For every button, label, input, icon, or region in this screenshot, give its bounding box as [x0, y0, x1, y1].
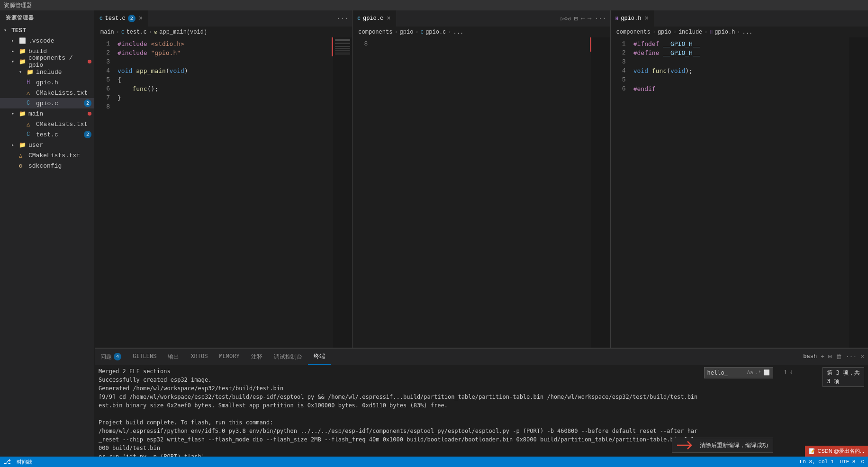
sidebar-item-components-gpio[interactable]: ▾ 📁 components / gpio [0, 56, 94, 67]
line-numbers-3: 1 2 3 4 5 6 [611, 37, 630, 348]
sidebar-badge: 2 [84, 99, 91, 107]
sidebar-item-cmake-main[interactable]: △ CMakeLists.txt [0, 119, 94, 129]
breadcrumb-main: main [100, 29, 114, 36]
terminal-find-input[interactable] [707, 369, 745, 376]
code-line: #define __GPIO_H__ [633, 48, 868, 57]
nav-forward-icon[interactable]: → [588, 15, 591, 22]
bc-include: include [678, 29, 702, 36]
code-lines-2[interactable] [371, 37, 610, 348]
tab-gitlens[interactable]: GITLENS [127, 349, 162, 365]
tab-actions-pane2: ▷⚙↺ ⊟ ← → ··· [561, 10, 610, 27]
h-icon: H [615, 16, 619, 21]
code-lines-3[interactable]: #ifndef __GPIO_H__ #define __GPIO_H__ vo… [630, 37, 868, 348]
sidebar-item-test-c[interactable]: C test.c 2 [0, 129, 94, 140]
bottom-notification: 清除后重新编译，编译成功 [672, 438, 773, 453]
code-lines-1[interactable]: #include <stdio.h> #include "gpio.h" voi… [114, 37, 352, 348]
more-icon[interactable]: ··· [336, 15, 348, 22]
terminal-line [99, 410, 864, 418]
split-icon[interactable]: ⊟ [574, 15, 578, 23]
match-case-icon[interactable]: Aa [747, 368, 753, 377]
tab-memory[interactable]: MEMORY [213, 349, 245, 365]
sidebar-item-label: sdkconfig [28, 162, 62, 170]
tab-test-c[interactable]: C test.c 2 × [95, 10, 148, 27]
terminal-line: /home/wl/.espressif/python_env/idf5.0_py… [99, 427, 864, 435]
whole-word-icon[interactable]: ⬜ [763, 368, 770, 377]
tab-label: MEMORY [219, 353, 239, 360]
sidebar-item-gpio-c[interactable]: C gpio.c 2 [0, 98, 94, 108]
editor-content-3[interactable]: 1 2 3 4 5 6 #ifndef __GPIO_H__ #define _… [611, 37, 868, 348]
tab-debug-console[interactable]: 调试控制台 [268, 349, 308, 365]
sidebar-item-vscode[interactable]: ▸ ⬜ .vscode [0, 36, 94, 46]
app-container: 资源管理器 资源管理器 ▾ TEST ▸ ⬜ .vscode ▸ [0, 0, 868, 467]
editor-content-2[interactable]: 8 [353, 37, 610, 348]
add-terminal-icon[interactable]: + [821, 353, 824, 360]
sidebar-item-user[interactable]: ▸ 📁 user [0, 140, 94, 150]
editor-content-1[interactable]: 1 2 3 4 5 6 7 8 #include <stdio.h> #incl… [95, 37, 352, 348]
bash-label: bash [803, 353, 817, 360]
error-indicator-2 [590, 37, 591, 52]
close-icon[interactable]: × [387, 15, 390, 22]
bc-sep: › [652, 29, 656, 36]
bc-gpio-h: gpio.h [714, 29, 735, 36]
tab-comments[interactable]: 注释 [245, 349, 268, 365]
status-position[interactable]: Ln 8, Col 1 [800, 459, 834, 465]
tab-gpio-h[interactable]: H gpio.h × [611, 10, 654, 27]
code-line [118, 57, 352, 66]
chevron-down-icon: ▾ [19, 69, 27, 75]
code-line [633, 75, 868, 84]
tab-label: gpio.h [621, 15, 641, 22]
bc-sep: › [415, 29, 418, 36]
csdn-badge[interactable]: 📝 CSDN @爱出名的... [805, 446, 868, 457]
editors-row: C test.c 2 × ··· main › C [95, 10, 868, 348]
tab-problems[interactable]: 问题 4 [95, 349, 127, 365]
cmake-icon: △ [27, 121, 34, 128]
run-icon[interactable]: ▷⚙↺ [561, 15, 571, 22]
trash-icon[interactable]: 🗑 [836, 353, 842, 360]
more-icon[interactable]: ··· [594, 15, 606, 22]
notification-text: 清除后重新编译，编译成功 [700, 441, 768, 449]
sidebar-item-test-root[interactable]: ▾ TEST [0, 25, 94, 36]
close-panel-icon[interactable]: × [860, 353, 864, 360]
status-encoding[interactable]: UTF-8 [840, 459, 855, 465]
terminal-line: Project build complete. To flash, run th… [99, 418, 864, 427]
sidebar-item-cmake-comp[interactable]: △ CMakeLists.txt [0, 88, 94, 98]
nav-back-icon[interactable]: ← [581, 15, 585, 22]
tab-output[interactable]: 输出 [162, 349, 185, 365]
sidebar-item-include[interactable]: ▾ 📁 include [0, 67, 94, 77]
sidebar-item-main[interactable]: ▾ 📁 main [0, 108, 94, 119]
prev-match-icon[interactable]: ↑ [783, 367, 787, 376]
csdn-icon: 📝 [809, 448, 815, 454]
tab-xrtos[interactable]: XRTOS [185, 349, 213, 365]
split-terminal-icon[interactable]: ⊟ [828, 353, 832, 360]
bc-h-icon: H [710, 29, 713, 35]
minimap-2 [591, 37, 610, 348]
tab-gpio-c[interactable]: C gpio.c × [353, 10, 396, 27]
code-line: #include "gpio.h" [118, 48, 352, 57]
regex-icon[interactable]: .* [755, 368, 761, 377]
tab-terminal[interactable]: 终端 [308, 349, 331, 365]
minimap-3 [849, 37, 868, 348]
close-icon[interactable]: × [644, 15, 648, 22]
minimap-1 [333, 37, 352, 348]
find-nav: ↑ ↓ [783, 367, 793, 376]
more-icon[interactable]: ··· [846, 353, 857, 360]
sidebar-item-cmake-root[interactable]: △ CMakeLists.txt [0, 150, 94, 161]
sidebar-item-sdkconfig[interactable]: ⚙ sdkconfig [0, 161, 94, 171]
folder-icon: 📁 [27, 69, 34, 76]
status-timeline[interactable]: 时间线 [17, 458, 32, 466]
tab-label: 输出 [168, 353, 179, 361]
cmake-icon: △ [27, 90, 34, 97]
bc-sep: › [704, 29, 707, 36]
editors-area: C test.c 2 × ··· main › C [95, 10, 868, 457]
close-icon[interactable]: × [139, 15, 143, 22]
status-language[interactable]: C [861, 459, 864, 465]
bc-gpio-c: gpio.c [425, 29, 446, 36]
folder-icon: 📁 [19, 110, 27, 117]
sidebar-title: 资源管理器 [0, 10, 94, 25]
code-line [375, 39, 610, 48]
vscode-icon: ⬜ [19, 37, 27, 45]
next-match-icon[interactable]: ↓ [789, 367, 793, 376]
sidebar-item-gpio-h[interactable]: H gpio.h [0, 77, 94, 88]
tab-label: gpio.c [363, 15, 383, 22]
code-line: void app_main(void) [118, 66, 352, 75]
